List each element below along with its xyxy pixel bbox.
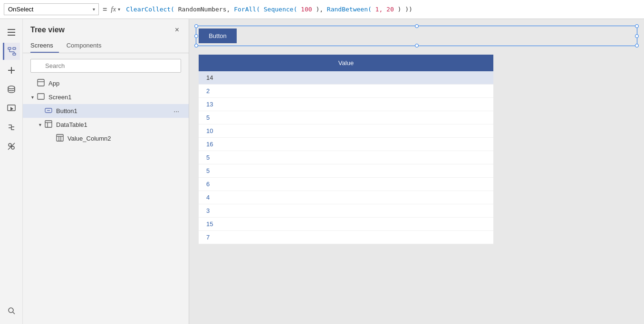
indent-button1 [30, 107, 38, 114]
svg-marker-13 [10, 107, 13, 111]
nav-search[interactable] [3, 302, 20, 319]
table-header-row: Value [199, 55, 493, 71]
nav-data[interactable] [3, 81, 20, 98]
search-wrapper [30, 59, 181, 73]
table-cell-value: 4 [199, 191, 493, 204]
table-body: 142135101655643157 [199, 71, 493, 244]
tree-item-value-column2[interactable]: Value_Column2 [23, 132, 189, 145]
tab-components[interactable]: Components [67, 39, 107, 53]
nav-tree-view[interactable] [3, 43, 20, 60]
svg-rect-21 [38, 79, 44, 86]
table-row: 14 [199, 71, 493, 85]
column-icon [56, 134, 65, 143]
top-bar: OnSelect ▾ = fx ▾ ClearCollect( RandomNu… [0, 0, 644, 19]
formula-sequence: Sequence( [260, 6, 297, 13]
nav-variables[interactable] [3, 138, 20, 155]
table-row: 7 [199, 231, 493, 244]
table-row: 3 [199, 204, 493, 218]
svg-point-17 [9, 308, 13, 313]
chevron-column [49, 136, 56, 141]
button1-icon [45, 106, 53, 115]
property-select[interactable]: OnSelect [4, 3, 99, 15]
selection-border [196, 26, 637, 46]
table-row: 10 [199, 124, 493, 138]
table-cell-value: 5 [199, 164, 493, 178]
table-cell-value: 5 [199, 111, 493, 124]
tree-item-app[interactable]: App [23, 76, 189, 90]
table-row: 2 [199, 85, 493, 98]
table-cell-value: 10 [199, 124, 493, 138]
nav-add[interactable] [3, 62, 20, 79]
nav-hamburger[interactable] [3, 24, 20, 41]
table-header-value: Value [199, 55, 493, 71]
chevron-button1 [38, 108, 45, 114]
chevron-app [30, 81, 37, 86]
svg-rect-2 [8, 35, 15, 36]
handle-ml[interactable] [194, 34, 198, 38]
fx-chevron-icon: ▾ [118, 7, 120, 12]
canvas-area[interactable]: Button Value 142135101655643157 [189, 19, 644, 324]
indent-datatable [30, 121, 38, 128]
nav-tools[interactable] [3, 119, 20, 136]
more-options-button[interactable]: ··· [172, 107, 181, 115]
nav-media[interactable] [3, 100, 20, 117]
svg-rect-4 [13, 48, 16, 49]
canvas-button-wrapper: Button [199, 29, 634, 43]
handle-br[interactable] [635, 44, 639, 48]
handle-tc[interactable] [415, 24, 419, 28]
formula-randbetween: RandBetween( [323, 6, 372, 13]
handle-bl[interactable] [194, 44, 198, 48]
table-cell-value: 13 [199, 98, 493, 111]
table-row: 15 [199, 218, 493, 231]
svg-point-14 [9, 143, 11, 146]
table-cell-value: 2 [199, 85, 493, 98]
svg-rect-23 [38, 94, 44, 99]
formula-forall: ForAll( [234, 6, 260, 13]
svg-line-18 [13, 312, 15, 314]
tree-header: Tree view × [23, 19, 189, 39]
svg-rect-3 [8, 48, 11, 49]
formula-bar[interactable]: ClearCollect( RandomNumbers, ForAll( Seq… [124, 4, 640, 15]
tree-item-datatable1-label: DataTable1 [56, 121, 181, 128]
table-row: 5 [199, 164, 493, 178]
formula-clearcollect: ClearCollect( [126, 6, 174, 13]
tree-item-app-label: App [48, 80, 181, 87]
table-cell-value: 6 [199, 178, 493, 191]
formula-100: 100 [297, 6, 316, 13]
tree-item-button1-label: Button1 [56, 107, 172, 114]
table-cell-value: 5 [199, 151, 493, 164]
handle-bc[interactable] [415, 44, 419, 48]
tree-item-screen1-label: Screen1 [48, 94, 181, 101]
handle-tl[interactable] [194, 24, 198, 28]
tree-item-button1[interactable]: Button1 ··· [23, 104, 189, 118]
tree-items: App ▼ Screen1 Button1 ··· [23, 76, 189, 324]
search-input[interactable] [30, 59, 181, 73]
search-box-wrapper [23, 57, 189, 76]
table-row: 5 [199, 111, 493, 124]
table-cell-value: 16 [199, 138, 493, 151]
handle-tr[interactable] [635, 24, 639, 28]
canvas-button[interactable]: Button [199, 29, 237, 43]
tree-item-screen1[interactable]: ▼ Screen1 [23, 90, 189, 104]
svg-point-15 [11, 146, 14, 149]
svg-rect-26 [45, 121, 52, 127]
svg-rect-5 [13, 53, 16, 55]
handle-mr[interactable] [635, 34, 639, 38]
table-row: 6 [199, 178, 493, 191]
table-cell-value: 7 [199, 231, 493, 244]
chevron-datatable1: ▼ [38, 123, 45, 127]
canvas-data-table: Value 142135101655643157 [199, 55, 493, 244]
table-cell-value: 15 [199, 218, 493, 231]
main-area: Tree view × Screens Components App [0, 19, 644, 324]
screen-icon [37, 93, 46, 102]
datatable-icon [45, 120, 53, 129]
equals-sign: = [103, 5, 107, 14]
tree-item-datatable1[interactable]: ▼ DataTable1 [23, 118, 189, 132]
app-icon [37, 79, 46, 88]
close-button[interactable]: × [173, 25, 181, 35]
svg-point-11 [8, 86, 15, 89]
tab-screens[interactable]: Screens [30, 39, 59, 53]
formula-close2: ) )) [394, 6, 413, 13]
tree-panel: Tree view × Screens Components App [23, 19, 189, 324]
table-row: 5 [199, 151, 493, 164]
